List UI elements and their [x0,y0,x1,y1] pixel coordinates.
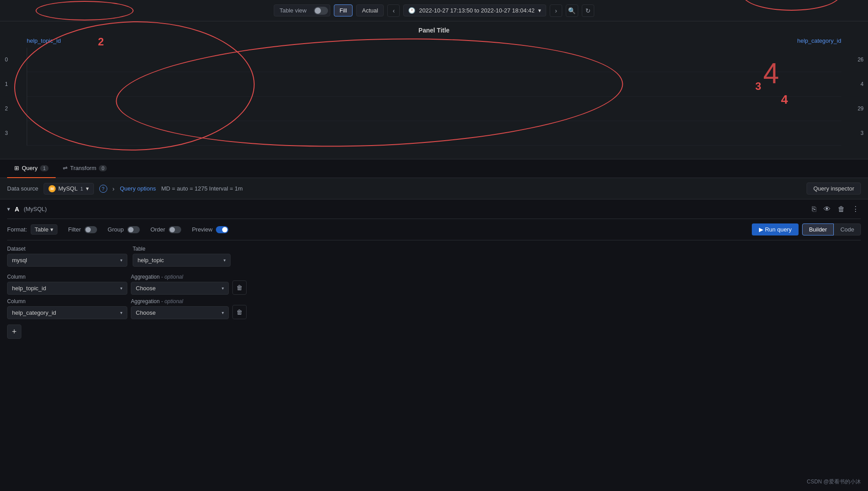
dataset-select[interactable]: mysql ▾ [7,254,127,267]
group-toggle-knob [128,227,134,232]
col-1-label: Column [7,298,127,304]
prev-time-button[interactable]: ‹ [387,4,400,17]
trash-icon[interactable]: 🗑 [836,204,847,214]
group-group: Group [108,226,140,233]
datasource-label: Data source [7,185,38,192]
col-1-value: help_category_id [12,309,56,316]
format-select[interactable]: Table ▾ [31,224,57,235]
col-0-value: help_topic_id [12,285,46,292]
refresh-button[interactable]: ↻ [582,4,594,17]
y-label-2: 2 [5,106,8,112]
actual-button[interactable]: Actual [356,4,384,16]
expand-button[interactable]: › [113,185,115,192]
tab-query-label: Query [22,165,37,171]
info-icon[interactable]: ? [99,185,107,193]
format-group: Format: Table ▾ [7,224,57,235]
agg-1-value: Choose [136,309,156,316]
query-options-link[interactable]: Query options [120,185,156,192]
agg-1-select[interactable]: Choose ▾ [131,306,229,319]
chart-row-0: 0 26 [27,48,841,72]
time-range-picker[interactable]: 🕐 2022-10-27 17:13:50 to 2022-10-27 18:0… [403,4,546,16]
chevron-down-icon: ▾ [222,310,224,315]
order-toggle[interactable] [169,226,181,233]
filter-toggle-knob [85,227,91,232]
more-icon[interactable]: ⋮ [850,204,861,214]
preview-toggle-knob [222,227,227,232]
dataset-label: Dataset [7,246,127,252]
col-header-right: help_category_id [797,37,841,44]
collapse-icon[interactable]: ▾ [7,206,10,212]
query-inspector-button[interactable]: Query inspector [807,183,861,195]
query-id: A [15,206,19,213]
clock-icon: 🕐 [408,7,415,14]
chart-row-2: 2 29 [27,97,841,121]
dataset-table-grid: Dataset mysql ▾ Table help_topic ▾ [7,240,861,272]
builder-tab[interactable]: Builder [802,223,833,235]
dataset-value: mysql [12,257,27,264]
group-toggle[interactable] [127,226,140,233]
y-label-1: 1 [5,81,8,87]
tab-transform-badge: 0 [99,165,107,171]
builder-code-tabs: Builder Code [802,223,861,235]
fill-button[interactable]: Fill [334,4,353,16]
col-1-field-group: Column help_category_id ▾ [7,298,127,319]
table-value: help_topic [138,257,164,264]
table-view-toggle[interactable]: Table view [274,4,330,16]
datasource-select[interactable]: M MySQL 1 ▾ [44,183,93,195]
agg-0-label: Aggregation - optional [131,274,229,280]
query-block: ▾ A (MySQL) ⎘ 👁 🗑 ⋮ Format: Table ▾ Filt… [0,199,868,339]
group-label: Group [108,226,124,233]
column-row-1: Column help_category_id ▾ Aggregation - … [7,296,861,321]
db-icon: ⊞ [14,165,19,171]
table-select[interactable]: help_topic ▾ [133,254,231,267]
order-toggle-knob [170,227,175,232]
chart-grid: 0 26 1 4 2 29 3 3 [27,48,841,146]
col-0-label: Column [7,274,127,280]
filter-group: Filter [68,226,97,233]
delete-col-1-button[interactable]: 🗑 [232,305,247,319]
add-column-button[interactable]: + [7,325,21,339]
copy-icon[interactable]: ⎘ [810,204,818,214]
filter-toggle[interactable] [85,226,97,233]
col-header-left: help_topic_id [27,37,61,44]
preview-label: Preview [192,226,212,233]
datasource-bar: Data source M MySQL 1 ▾ ? › Query option… [0,178,868,199]
agg-0-select[interactable]: Choose ▾ [131,282,229,295]
chart-columns-header: help_topic_id help_category_id [27,37,841,46]
mysql-icon: M [49,185,56,192]
tab-query[interactable]: ⊞ Query 1 [7,159,56,178]
datasource-name: MySQL [58,185,77,192]
query-block-actions: ⎘ 👁 🗑 ⋮ [810,204,861,214]
col-0-field-group: Column help_topic_id ▾ [7,274,127,295]
tab-transform-label: Transform [70,165,97,171]
big-number-annotation: 4 [763,57,779,90]
col-1-select[interactable]: help_category_id ▾ [7,306,127,319]
code-tab[interactable]: Code [834,223,861,235]
col-0-select[interactable]: help_topic_id ▾ [7,282,127,295]
datasource-num: 1 [80,186,83,191]
eye-icon[interactable]: 👁 [822,204,832,214]
zoom-out-button[interactable]: 🔍 [566,4,578,17]
tab-transform[interactable]: ⇌ Transform 0 [56,159,114,178]
run-query-button[interactable]: ▶ Run query [752,223,799,235]
next-time-button[interactable]: › [550,4,562,17]
chart-row-1: 1 4 [27,72,841,97]
format-label: Format: [7,226,27,233]
format-value: Table [35,226,49,233]
table-label: Table [133,246,231,252]
preview-group: Preview [192,226,228,233]
agg-1-optional: - optional [161,298,183,304]
table-view-switch[interactable] [314,7,328,15]
agg-1-label: Aggregation - optional [131,298,229,304]
column-rows-container: Column help_topic_id ▾ Aggregation - opt… [7,272,861,321]
preview-toggle[interactable] [216,226,228,233]
panel-title: Panel Title [0,27,868,34]
agg-0-optional: - optional [161,274,183,280]
query-tabs: ⊞ Query 1 ⇌ Transform 0 [0,159,868,178]
order-group: Order [150,226,181,233]
y-label-0: 0 [5,57,8,63]
delete-col-0-button[interactable]: 🗑 [232,280,247,295]
dataset-field-group: Dataset mysql ▾ [7,246,127,267]
filter-label: Filter [68,226,81,233]
right-val-2: 29 [858,106,864,112]
